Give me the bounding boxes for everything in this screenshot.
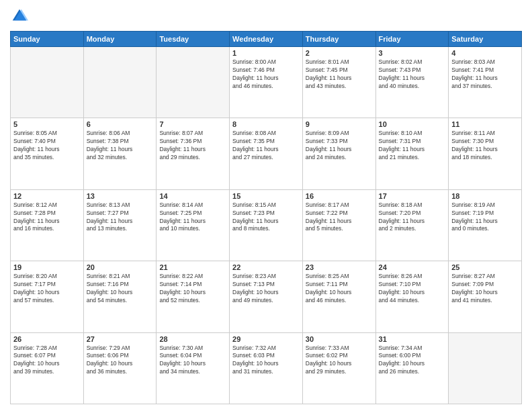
day-info: Sunrise: 8:13 AM Sunset: 7:27 PM Dayligh…	[87, 201, 154, 234]
calendar-cell: 19Sunrise: 8:20 AM Sunset: 7:17 PM Dayli…	[11, 261, 84, 332]
page: SundayMondayTuesdayWednesdayThursdayFrid…	[0, 0, 532, 411]
calendar-cell: 6Sunrise: 8:06 AM Sunset: 7:38 PM Daylig…	[83, 118, 157, 189]
day-number: 29	[232, 335, 300, 343]
day-info: Sunrise: 8:08 AM Sunset: 7:35 PM Dayligh…	[232, 130, 300, 162]
day-info: Sunrise: 8:15 AM Sunset: 7:23 PM Dayligh…	[232, 201, 300, 234]
calendar-cell: 28Sunrise: 7:30 AM Sunset: 6:04 PM Dayli…	[157, 332, 230, 404]
day-info: Sunrise: 8:05 AM Sunset: 7:40 PM Dayligh…	[13, 130, 81, 162]
day-info: Sunrise: 8:14 AM Sunset: 7:25 PM Dayligh…	[159, 201, 226, 234]
day-info: Sunrise: 8:02 AM Sunset: 7:43 PM Dayligh…	[379, 58, 446, 91]
calendar-cell: 25Sunrise: 8:27 AM Sunset: 7:09 PM Dayli…	[449, 261, 522, 332]
calendar-cell: 31Sunrise: 7:34 AM Sunset: 6:00 PM Dayli…	[375, 332, 449, 404]
calendar-header-row: SundayMondayTuesdayWednesdayThursdayFrid…	[11, 32, 522, 47]
day-number: 19	[13, 263, 81, 271]
day-info: Sunrise: 8:07 AM Sunset: 7:36 PM Dayligh…	[159, 130, 226, 162]
calendar-cell: 4Sunrise: 8:03 AM Sunset: 7:41 PM Daylig…	[449, 47, 522, 118]
day-info: Sunrise: 7:29 AM Sunset: 6:06 PM Dayligh…	[87, 345, 154, 377]
calendar-cell: 21Sunrise: 8:22 AM Sunset: 7:14 PM Dayli…	[157, 261, 230, 332]
calendar-cell: 23Sunrise: 8:25 AM Sunset: 7:11 PM Dayli…	[302, 261, 375, 332]
day-number: 25	[451, 263, 519, 271]
day-number: 26	[13, 335, 81, 343]
day-info: Sunrise: 8:09 AM Sunset: 7:33 PM Dayligh…	[306, 130, 373, 162]
day-info: Sunrise: 8:27 AM Sunset: 7:09 PM Dayligh…	[451, 273, 519, 305]
day-info: Sunrise: 8:12 AM Sunset: 7:28 PM Dayligh…	[13, 201, 81, 234]
calendar-cell	[157, 47, 230, 118]
calendar-cell: 7Sunrise: 8:07 AM Sunset: 7:36 PM Daylig…	[157, 118, 230, 189]
day-number: 21	[159, 263, 226, 271]
calendar-header-wednesday: Wednesday	[230, 32, 303, 47]
calendar-cell: 16Sunrise: 8:17 AM Sunset: 7:22 PM Dayli…	[302, 189, 375, 261]
calendar-header-monday: Monday	[83, 32, 157, 47]
day-info: Sunrise: 7:30 AM Sunset: 6:04 PM Dayligh…	[159, 345, 226, 377]
day-number: 10	[379, 120, 446, 128]
day-number: 1	[232, 49, 300, 57]
day-number: 2	[306, 49, 373, 57]
calendar-header-friday: Friday	[375, 32, 449, 47]
calendar-header-saturday: Saturday	[449, 32, 522, 47]
day-info: Sunrise: 8:06 AM Sunset: 7:38 PM Dayligh…	[87, 130, 154, 162]
calendar-week-5: 26Sunrise: 7:28 AM Sunset: 6:07 PM Dayli…	[11, 332, 522, 404]
day-info: Sunrise: 8:20 AM Sunset: 7:17 PM Dayligh…	[13, 273, 81, 305]
calendar-header-thursday: Thursday	[302, 32, 375, 47]
calendar-cell: 22Sunrise: 8:23 AM Sunset: 7:13 PM Dayli…	[230, 261, 303, 332]
day-info: Sunrise: 8:10 AM Sunset: 7:31 PM Dayligh…	[379, 130, 446, 162]
calendar-cell: 27Sunrise: 7:29 AM Sunset: 6:06 PM Dayli…	[83, 332, 157, 404]
day-number: 15	[232, 192, 300, 200]
calendar-week-4: 19Sunrise: 8:20 AM Sunset: 7:17 PM Dayli…	[11, 261, 522, 332]
day-number: 20	[87, 263, 154, 271]
calendar-week-1: 1Sunrise: 8:00 AM Sunset: 7:46 PM Daylig…	[11, 47, 522, 118]
day-info: Sunrise: 8:03 AM Sunset: 7:41 PM Dayligh…	[451, 58, 519, 91]
logo-icon	[10, 7, 29, 26]
day-number: 11	[451, 120, 519, 128]
day-number: 5	[13, 120, 81, 128]
day-number: 27	[87, 335, 154, 343]
calendar-header-sunday: Sunday	[11, 32, 84, 47]
day-info: Sunrise: 8:18 AM Sunset: 7:20 PM Dayligh…	[379, 201, 446, 234]
day-info: Sunrise: 8:01 AM Sunset: 7:45 PM Dayligh…	[306, 58, 373, 91]
calendar-cell: 8Sunrise: 8:08 AM Sunset: 7:35 PM Daylig…	[230, 118, 303, 189]
calendar-cell: 24Sunrise: 8:26 AM Sunset: 7:10 PM Dayli…	[375, 261, 449, 332]
day-info: Sunrise: 8:19 AM Sunset: 7:19 PM Dayligh…	[451, 201, 519, 234]
day-number: 3	[379, 49, 446, 57]
day-number: 23	[306, 263, 373, 271]
day-info: Sunrise: 8:22 AM Sunset: 7:14 PM Dayligh…	[159, 273, 226, 305]
calendar-cell: 13Sunrise: 8:13 AM Sunset: 7:27 PM Dayli…	[83, 189, 157, 261]
logo	[10, 7, 32, 26]
calendar-cell: 9Sunrise: 8:09 AM Sunset: 7:33 PM Daylig…	[302, 118, 375, 189]
day-info: Sunrise: 8:17 AM Sunset: 7:22 PM Dayligh…	[306, 201, 373, 234]
calendar-cell: 10Sunrise: 8:10 AM Sunset: 7:31 PM Dayli…	[375, 118, 449, 189]
day-number: 7	[159, 120, 226, 128]
calendar-cell: 2Sunrise: 8:01 AM Sunset: 7:45 PM Daylig…	[302, 47, 375, 118]
calendar-cell: 12Sunrise: 8:12 AM Sunset: 7:28 PM Dayli…	[11, 189, 84, 261]
day-number: 24	[379, 263, 446, 271]
day-number: 31	[379, 335, 446, 343]
day-number: 28	[159, 335, 226, 343]
day-info: Sunrise: 8:23 AM Sunset: 7:13 PM Dayligh…	[232, 273, 300, 305]
day-number: 30	[306, 335, 373, 343]
calendar-week-3: 12Sunrise: 8:12 AM Sunset: 7:28 PM Dayli…	[11, 189, 522, 261]
day-number: 22	[232, 263, 300, 271]
calendar-cell: 26Sunrise: 7:28 AM Sunset: 6:07 PM Dayli…	[11, 332, 84, 404]
calendar-cell: 30Sunrise: 7:33 AM Sunset: 6:02 PM Dayli…	[302, 332, 375, 404]
day-info: Sunrise: 7:32 AM Sunset: 6:03 PM Dayligh…	[232, 345, 300, 377]
day-number: 14	[159, 192, 226, 200]
calendar-table: SundayMondayTuesdayWednesdayThursdayFrid…	[10, 31, 522, 404]
day-number: 13	[87, 192, 154, 200]
header	[10, 7, 522, 26]
day-number: 12	[13, 192, 81, 200]
day-number: 18	[451, 192, 519, 200]
calendar-cell: 18Sunrise: 8:19 AM Sunset: 7:19 PM Dayli…	[449, 189, 522, 261]
calendar-cell	[83, 47, 157, 118]
calendar-cell: 29Sunrise: 7:32 AM Sunset: 6:03 PM Dayli…	[230, 332, 303, 404]
calendar-week-2: 5Sunrise: 8:05 AM Sunset: 7:40 PM Daylig…	[11, 118, 522, 189]
day-number: 17	[379, 192, 446, 200]
day-info: Sunrise: 8:11 AM Sunset: 7:30 PM Dayligh…	[451, 130, 519, 162]
day-info: Sunrise: 7:28 AM Sunset: 6:07 PM Dayligh…	[13, 345, 81, 377]
calendar-cell: 20Sunrise: 8:21 AM Sunset: 7:16 PM Dayli…	[83, 261, 157, 332]
calendar-cell: 11Sunrise: 8:11 AM Sunset: 7:30 PM Dayli…	[449, 118, 522, 189]
day-number: 8	[232, 120, 300, 128]
day-number: 6	[87, 120, 154, 128]
calendar-cell	[11, 47, 84, 118]
day-number: 9	[306, 120, 373, 128]
day-info: Sunrise: 8:21 AM Sunset: 7:16 PM Dayligh…	[87, 273, 154, 305]
